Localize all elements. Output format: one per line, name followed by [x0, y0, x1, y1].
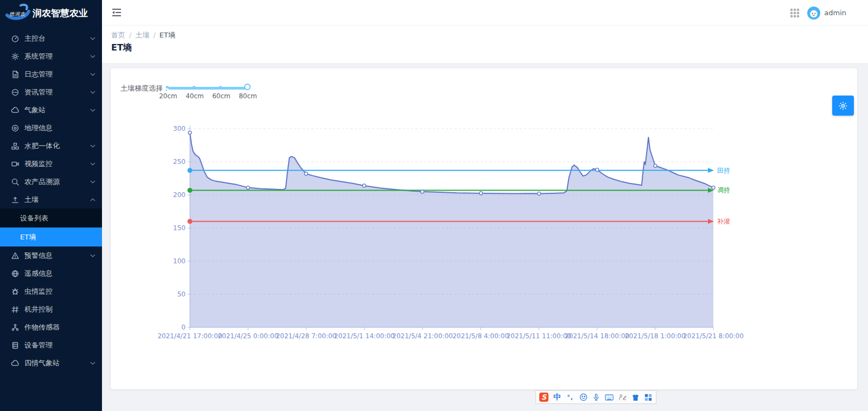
skin-icon[interactable] — [631, 393, 640, 402]
sidebar-item-device-management[interactable]: 设备管理 — [0, 336, 102, 354]
logo-mark-text: 德润农 — [9, 11, 25, 18]
soil-icon — [11, 195, 20, 204]
x-axis-label: 2021/5/14 18:00:00 — [565, 332, 629, 340]
chevron-down-icon — [90, 254, 95, 257]
sidebar-item-label: 主控台 — [24, 34, 90, 43]
gear-icon — [11, 52, 20, 61]
refline-label: 田持 — [717, 167, 730, 174]
chevron-down-icon — [90, 180, 95, 184]
sidebar-item-label: 遥感信息 — [24, 269, 95, 279]
sidebar-subitem-et-moisture[interactable]: ET墒 — [0, 227, 102, 246]
sidebar-item-remote-sensing[interactable]: 遥感信息 — [0, 264, 102, 282]
sidebar-item-video-monitor[interactable]: 视频监控 — [0, 155, 102, 173]
username: admin — [824, 9, 846, 17]
location-icon — [11, 124, 20, 132]
breadcrumb: 首页/土壤/ET墒 — [111, 30, 175, 40]
x-axis-label: 2021/5/18 1:00:00 — [625, 332, 686, 340]
sidebar-item-water-fertilizer[interactable]: 水肥一体化 — [0, 137, 102, 155]
breadcrumb-item[interactable]: 土壤 — [135, 31, 149, 39]
app-logo[interactable]: 德润农 润农智慧农业 — [0, 0, 102, 26]
message-icon — [11, 88, 20, 97]
sidebar-item-label: 资讯管理 — [24, 87, 90, 97]
x-axis-label: 2021/4/28 7:00:00 — [276, 332, 337, 340]
chevron-down-icon — [90, 109, 95, 112]
breadcrumb-item[interactable]: 首页 — [111, 31, 125, 39]
user-menu[interactable]: admin — [807, 7, 846, 20]
x-axis-label: 2021/4/21 17:00:00 — [157, 332, 222, 340]
sidebar-item-log-management[interactable]: 日志管理 — [0, 65, 102, 83]
sidebar-submenu-soil: 设备列表ET墒 — [0, 208, 102, 246]
soft-keyboard-icon[interactable] — [605, 393, 614, 402]
data-point-marker[interactable] — [304, 172, 308, 175]
voice-input-icon[interactable] — [592, 393, 601, 402]
y-axis-label: 150 — [173, 224, 186, 232]
refline-start-dot — [188, 168, 193, 173]
sidebar-item-well-control[interactable]: 机井控制 — [0, 300, 102, 318]
device-icon — [11, 341, 20, 350]
data-point-marker[interactable] — [188, 131, 192, 134]
refline-start-dot — [188, 188, 193, 193]
sidebar-item-crop-sensor[interactable]: 作物传感器 — [0, 318, 102, 336]
data-point-marker[interactable] — [654, 164, 657, 167]
data-point-marker[interactable] — [420, 190, 424, 193]
sidebar-item-weather-station[interactable]: 气象站 — [0, 101, 102, 119]
sidebar-menu: 主控台系统管理日志管理资讯管理气象站地理信息水肥一体化视频监控农产品溯源土壤设备… — [0, 29, 102, 372]
refline-label: 补灌 — [717, 218, 730, 225]
chevron-down-icon — [90, 144, 95, 148]
data-point-marker[interactable] — [596, 168, 599, 172]
chinese-mode-icon[interactable]: 中 — [553, 393, 561, 402]
sidebar-item-label: 日志管理 — [24, 69, 90, 79]
sidebar-item-system-management[interactable]: 系统管理 — [0, 47, 102, 65]
settings-button[interactable] — [832, 96, 854, 116]
sidebar-item-pest-monitor[interactable]: 虫情监控 — [0, 282, 102, 300]
data-point-marker[interactable] — [362, 184, 366, 187]
sidebar-item-label: 农产品溯源 — [24, 177, 90, 187]
brand-logo-icon: 德润农 — [4, 2, 31, 24]
et-moisture-chart[interactable]: 0501001502002503002021/4/21 17:00:002021… — [111, 68, 857, 389]
data-point-marker[interactable] — [246, 186, 250, 189]
sidebar-item-label: 作物传感器 — [24, 323, 95, 332]
y-axis-label: 300 — [173, 125, 186, 132]
sidebar-item-dashboard[interactable]: 主控台 — [0, 29, 102, 47]
series-line — [190, 132, 713, 193]
data-point-marker[interactable] — [538, 192, 541, 195]
punctuation-icon[interactable]: °, — [566, 393, 575, 402]
data-point-marker[interactable] — [480, 192, 483, 195]
content-panel: 土壤梯度选择： 20cm40cm60cm80cm 050100150200250… — [111, 68, 857, 389]
sensor-icon — [11, 323, 20, 332]
cloud-icon — [11, 359, 20, 368]
handwriting-icon[interactable] — [618, 393, 627, 402]
apps-grid-icon[interactable] — [790, 8, 800, 18]
sidebar-item-geo-info[interactable]: 地理信息 — [0, 119, 102, 137]
sidebar-item-label: 气象站 — [24, 105, 90, 115]
video-icon — [11, 160, 20, 168]
sidebar-subitem-device-list[interactable]: 设备列表 — [0, 208, 102, 227]
sidebar-item-label: 地理信息 — [24, 123, 95, 133]
bug-icon — [11, 287, 20, 296]
dashboard-icon — [11, 34, 20, 43]
top-header: admin — [102, 0, 868, 26]
sidebar-item-siqing-weather-station[interactable]: 四情气象站 — [0, 354, 102, 372]
ime-toolbar: S 中 °, — [535, 390, 656, 404]
globe-icon — [11, 269, 20, 278]
x-axis-label: 2021/4/25 0:00:00 — [218, 332, 278, 340]
sidebar-item-product-trace[interactable]: 农产品溯源 — [0, 173, 102, 191]
toolbox-icon[interactable] — [644, 393, 653, 402]
emoji-icon[interactable] — [579, 393, 588, 402]
data-point-marker[interactable] — [712, 186, 715, 189]
sidebar-item-alert-info[interactable]: 预警信息 — [0, 246, 102, 264]
x-axis-label: 2021/5/1 14:00:00 — [334, 332, 395, 340]
sidebar-item-news-management[interactable]: 资讯管理 — [0, 83, 102, 101]
chevron-down-icon — [90, 162, 95, 166]
hash-icon — [11, 305, 20, 314]
sidebar-item-soil[interactable]: 土壤 — [0, 191, 102, 208]
gear-icon — [838, 101, 848, 111]
chevron-down-icon — [90, 91, 95, 94]
collapse-menu-icon[interactable] — [111, 8, 122, 17]
sogou-logo-icon[interactable]: S — [539, 393, 548, 402]
cloud-icon — [11, 106, 20, 115]
refline-start-dot — [188, 219, 193, 224]
chevron-down-icon — [90, 37, 95, 40]
machine-icon — [11, 142, 20, 150]
sidebar-item-label: 设备管理 — [24, 340, 95, 350]
